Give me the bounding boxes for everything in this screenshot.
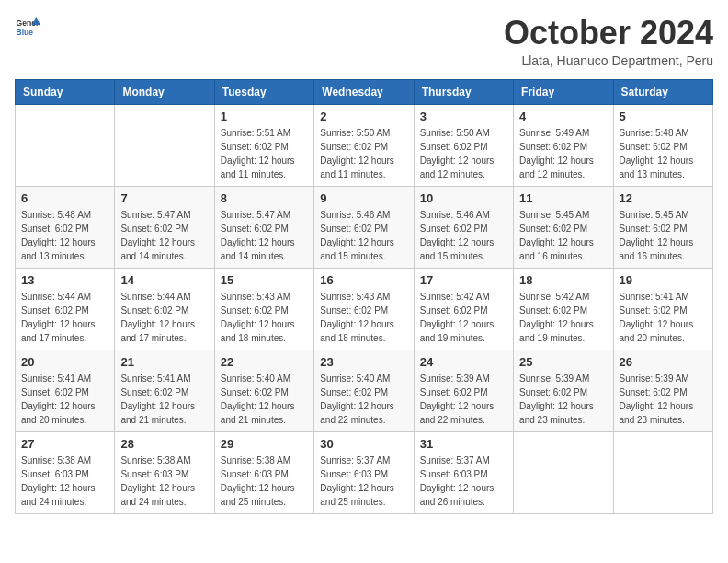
day-info: Sunrise: 5:46 AMSunset: 6:02 PMDaylight:… bbox=[320, 208, 407, 263]
day-info: Sunrise: 5:46 AMSunset: 6:02 PMDaylight:… bbox=[420, 208, 507, 263]
day-number: 20 bbox=[21, 355, 108, 369]
logo: General Blue bbox=[15, 15, 40, 40]
day-number: 8 bbox=[221, 191, 308, 205]
calendar-cell: 1Sunrise: 5:51 AMSunset: 6:02 PMDaylight… bbox=[214, 104, 313, 186]
day-number: 16 bbox=[320, 273, 407, 287]
day-number: 23 bbox=[320, 355, 407, 369]
calendar-week-row: 27Sunrise: 5:38 AMSunset: 6:03 PMDayligh… bbox=[16, 431, 713, 513]
day-number: 18 bbox=[519, 273, 607, 287]
day-info: Sunrise: 5:37 AMSunset: 6:03 PMDaylight:… bbox=[420, 454, 507, 509]
calendar-cell: 7Sunrise: 5:47 AMSunset: 6:02 PMDaylight… bbox=[115, 186, 214, 268]
day-number: 30 bbox=[320, 437, 407, 451]
day-number: 10 bbox=[420, 191, 507, 205]
day-info: Sunrise: 5:45 AMSunset: 6:02 PMDaylight:… bbox=[519, 208, 607, 263]
calendar-cell: 17Sunrise: 5:42 AMSunset: 6:02 PMDayligh… bbox=[414, 268, 513, 350]
day-number: 11 bbox=[519, 191, 607, 205]
day-info: Sunrise: 5:43 AMSunset: 6:02 PMDaylight:… bbox=[320, 290, 407, 345]
calendar-cell: 18Sunrise: 5:42 AMSunset: 6:02 PMDayligh… bbox=[514, 268, 613, 350]
day-number: 31 bbox=[420, 437, 507, 451]
day-number: 6 bbox=[21, 191, 108, 205]
day-info: Sunrise: 5:45 AMSunset: 6:02 PMDaylight:… bbox=[620, 208, 707, 263]
day-info: Sunrise: 5:41 AMSunset: 6:02 PMDaylight:… bbox=[120, 372, 208, 427]
calendar-cell: 3Sunrise: 5:50 AMSunset: 6:02 PMDaylight… bbox=[414, 104, 513, 186]
calendar-cell: 14Sunrise: 5:44 AMSunset: 6:02 PMDayligh… bbox=[115, 268, 214, 350]
day-info: Sunrise: 5:47 AMSunset: 6:02 PMDaylight:… bbox=[120, 208, 208, 263]
day-number: 29 bbox=[221, 437, 308, 451]
calendar-cell bbox=[514, 431, 613, 513]
col-header-monday: Monday bbox=[115, 79, 214, 104]
day-number: 28 bbox=[120, 437, 208, 451]
day-number: 7 bbox=[120, 191, 208, 205]
calendar-cell: 10Sunrise: 5:46 AMSunset: 6:02 PMDayligh… bbox=[414, 186, 513, 268]
day-number: 2 bbox=[320, 109, 407, 123]
calendar-cell: 19Sunrise: 5:41 AMSunset: 6:02 PMDayligh… bbox=[613, 268, 712, 350]
page-header: General Blue October 2024 Llata, Huanuco… bbox=[15, 15, 713, 68]
day-info: Sunrise: 5:42 AMSunset: 6:02 PMDaylight:… bbox=[519, 290, 607, 345]
logo-icon: General Blue bbox=[15, 15, 40, 40]
day-info: Sunrise: 5:43 AMSunset: 6:02 PMDaylight:… bbox=[221, 290, 308, 345]
day-info: Sunrise: 5:49 AMSunset: 6:02 PMDaylight:… bbox=[519, 126, 607, 181]
day-info: Sunrise: 5:41 AMSunset: 6:02 PMDaylight:… bbox=[620, 290, 707, 345]
day-number: 24 bbox=[420, 355, 507, 369]
title-section: October 2024 Llata, Huanuco Department, … bbox=[504, 15, 713, 68]
calendar-cell: 23Sunrise: 5:40 AMSunset: 6:02 PMDayligh… bbox=[314, 350, 414, 431]
day-info: Sunrise: 5:48 AMSunset: 6:02 PMDaylight:… bbox=[620, 126, 707, 181]
day-number: 1 bbox=[221, 109, 308, 123]
calendar-cell: 13Sunrise: 5:44 AMSunset: 6:02 PMDayligh… bbox=[16, 268, 115, 350]
calendar-week-row: 1Sunrise: 5:51 AMSunset: 6:02 PMDaylight… bbox=[16, 104, 713, 186]
day-number: 9 bbox=[320, 191, 407, 205]
day-info: Sunrise: 5:50 AMSunset: 6:02 PMDaylight:… bbox=[320, 126, 407, 181]
day-info: Sunrise: 5:38 AMSunset: 6:03 PMDaylight:… bbox=[21, 454, 108, 509]
day-number: 25 bbox=[519, 355, 607, 369]
day-info: Sunrise: 5:37 AMSunset: 6:03 PMDaylight:… bbox=[320, 454, 407, 509]
calendar-cell: 4Sunrise: 5:49 AMSunset: 6:02 PMDaylight… bbox=[514, 104, 613, 186]
calendar-cell: 6Sunrise: 5:48 AMSunset: 6:02 PMDaylight… bbox=[16, 186, 115, 268]
col-header-friday: Friday bbox=[514, 79, 613, 104]
day-number: 22 bbox=[221, 355, 308, 369]
calendar-cell bbox=[16, 104, 115, 186]
day-info: Sunrise: 5:51 AMSunset: 6:02 PMDaylight:… bbox=[221, 126, 308, 181]
day-info: Sunrise: 5:48 AMSunset: 6:02 PMDaylight:… bbox=[21, 208, 108, 263]
col-header-wednesday: Wednesday bbox=[314, 79, 414, 104]
day-number: 4 bbox=[519, 109, 607, 123]
day-info: Sunrise: 5:42 AMSunset: 6:02 PMDaylight:… bbox=[420, 290, 507, 345]
calendar-cell: 22Sunrise: 5:40 AMSunset: 6:02 PMDayligh… bbox=[214, 350, 313, 431]
col-header-sunday: Sunday bbox=[16, 79, 115, 104]
calendar-cell: 8Sunrise: 5:47 AMSunset: 6:02 PMDaylight… bbox=[214, 186, 313, 268]
day-number: 5 bbox=[620, 109, 707, 123]
day-number: 26 bbox=[620, 355, 707, 369]
calendar-cell: 15Sunrise: 5:43 AMSunset: 6:02 PMDayligh… bbox=[214, 268, 313, 350]
calendar-table: SundayMondayTuesdayWednesdayThursdayFrid… bbox=[15, 79, 713, 514]
day-info: Sunrise: 5:41 AMSunset: 6:02 PMDaylight:… bbox=[21, 372, 108, 427]
calendar-cell: 9Sunrise: 5:46 AMSunset: 6:02 PMDaylight… bbox=[314, 186, 414, 268]
calendar-cell: 27Sunrise: 5:38 AMSunset: 6:03 PMDayligh… bbox=[16, 431, 115, 513]
day-info: Sunrise: 5:39 AMSunset: 6:02 PMDaylight:… bbox=[519, 372, 607, 427]
day-info: Sunrise: 5:39 AMSunset: 6:02 PMDaylight:… bbox=[420, 372, 507, 427]
day-number: 14 bbox=[120, 273, 208, 287]
day-info: Sunrise: 5:40 AMSunset: 6:02 PMDaylight:… bbox=[320, 372, 407, 427]
day-info: Sunrise: 5:47 AMSunset: 6:02 PMDaylight:… bbox=[221, 208, 308, 263]
calendar-cell bbox=[115, 104, 214, 186]
day-number: 27 bbox=[21, 437, 108, 451]
day-number: 17 bbox=[420, 273, 507, 287]
day-number: 15 bbox=[221, 273, 308, 287]
day-number: 21 bbox=[120, 355, 208, 369]
calendar-cell: 11Sunrise: 5:45 AMSunset: 6:02 PMDayligh… bbox=[514, 186, 613, 268]
calendar-week-row: 13Sunrise: 5:44 AMSunset: 6:02 PMDayligh… bbox=[16, 268, 713, 350]
calendar-cell: 29Sunrise: 5:38 AMSunset: 6:03 PMDayligh… bbox=[214, 431, 313, 513]
calendar-cell: 21Sunrise: 5:41 AMSunset: 6:02 PMDayligh… bbox=[115, 350, 214, 431]
svg-text:Blue: Blue bbox=[17, 28, 34, 37]
calendar-cell: 2Sunrise: 5:50 AMSunset: 6:02 PMDaylight… bbox=[314, 104, 414, 186]
calendar-cell: 30Sunrise: 5:37 AMSunset: 6:03 PMDayligh… bbox=[314, 431, 414, 513]
location-subtitle: Llata, Huanuco Department, Peru bbox=[504, 53, 713, 68]
calendar-week-row: 6Sunrise: 5:48 AMSunset: 6:02 PMDaylight… bbox=[16, 186, 713, 268]
day-number: 19 bbox=[620, 273, 707, 287]
day-info: Sunrise: 5:38 AMSunset: 6:03 PMDaylight:… bbox=[221, 454, 308, 509]
col-header-thursday: Thursday bbox=[414, 79, 513, 104]
col-header-tuesday: Tuesday bbox=[214, 79, 313, 104]
day-number: 12 bbox=[620, 191, 707, 205]
calendar-cell bbox=[613, 431, 712, 513]
day-info: Sunrise: 5:50 AMSunset: 6:02 PMDaylight:… bbox=[420, 126, 507, 181]
day-info: Sunrise: 5:44 AMSunset: 6:02 PMDaylight:… bbox=[120, 290, 208, 345]
calendar-cell: 5Sunrise: 5:48 AMSunset: 6:02 PMDaylight… bbox=[613, 104, 712, 186]
